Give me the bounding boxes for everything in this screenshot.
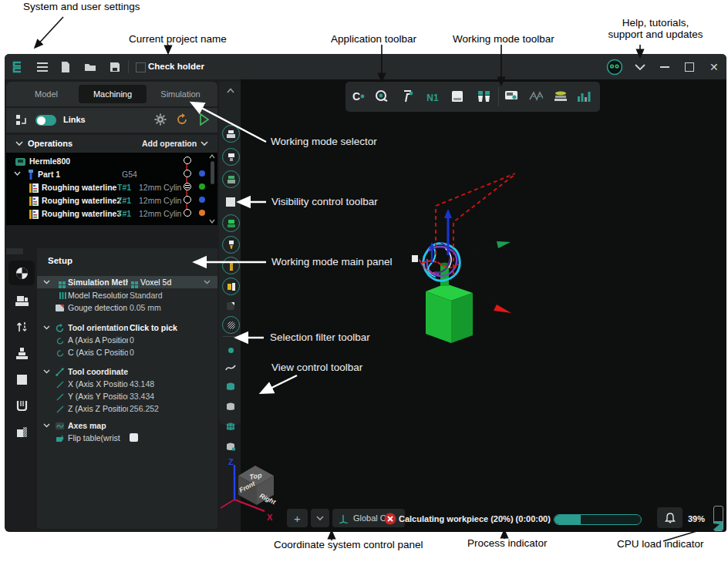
voxel-icon <box>56 278 64 287</box>
callout-visibility-toolbar: Visibility control toolbar <box>271 196 378 207</box>
callout-cs-panel: Coordinate system control panel <box>274 539 423 550</box>
app-window: Check holder ✕ Model Machining Simulatio… <box>5 54 726 532</box>
help-menu-button[interactable] <box>634 54 646 79</box>
notifications-button[interactable] <box>657 507 682 528</box>
setup-row-gouge-detection[interactable]: Gouge detection 0.05 mm <box>37 301 217 314</box>
process-progress-bar <box>554 514 642 525</box>
open-project-icon[interactable] <box>83 60 97 74</box>
links-toggle[interactable] <box>35 115 56 126</box>
dropdown-caret-icon[interactable] <box>204 280 211 284</box>
operation-row-roughing2[interactable]: Roughing waterline2 T#1 12mm Cylin <box>6 194 217 207</box>
setup-row-model-resolution[interactable]: Model Resolution Standard <box>37 289 217 301</box>
operations-collapse-icon[interactable] <box>15 141 23 146</box>
setup-title: Setup <box>48 256 72 265</box>
coordinate-axis-icon <box>56 405 64 413</box>
add-operation-button[interactable]: Add operation <box>142 139 197 148</box>
tab-simulation[interactable]: Simulation <box>148 85 213 103</box>
screenshot-canvas: System and user settings Current project… <box>0 0 728 562</box>
operation-status-dot <box>199 210 205 216</box>
cpu-battery-fill <box>714 521 723 530</box>
gouge-icon <box>56 304 64 312</box>
axis-z-label: Z <box>228 457 234 466</box>
user-avatar[interactable] <box>606 54 623 79</box>
operation-state-circle[interactable] <box>184 156 191 164</box>
operations-title: Operations <box>28 139 72 148</box>
minimize-button[interactable] <box>660 54 669 79</box>
links-row: Links <box>6 108 217 133</box>
setup-row-axis-c[interactable]: C (Axis C Position 0 <box>37 346 217 358</box>
axis-x-label: X <box>267 513 273 522</box>
cs-axis-icon <box>339 513 349 523</box>
links-icon <box>15 114 28 130</box>
settings-gear-icon[interactable] <box>154 113 167 129</box>
rail-machine-icon[interactable] <box>12 291 32 311</box>
callout-app-toolbar: Application toolbar <box>331 33 416 45</box>
project-name: Check holder <box>148 62 204 71</box>
operation-status-dot <box>199 170 205 177</box>
add-cs-button[interactable]: + <box>287 509 308 527</box>
setup-row-tool-orientation[interactable]: Tool orientation Click to pick <box>37 321 217 334</box>
setup-row-flip-table[interactable]: Flip table(wrist <box>37 432 217 444</box>
orientation-icon <box>56 324 64 332</box>
flip-table-checkbox[interactable] <box>130 433 138 442</box>
callout-mode-selector: Working mode selector <box>271 136 377 147</box>
tab-machining[interactable]: Machining <box>79 85 147 103</box>
close-button[interactable]: ✕ <box>709 54 719 79</box>
part-collapse-icon[interactable] <box>14 171 21 177</box>
setup-section-rail <box>6 248 35 529</box>
save-project-icon[interactable] <box>108 60 122 74</box>
operation-row-roughing3[interactable]: Roughing waterline3 T#1 12mm Cylin <box>6 207 217 220</box>
coordinate-axis-icon <box>56 380 64 389</box>
operation-state-circle[interactable] <box>184 209 191 217</box>
setup-target-icon[interactable] <box>12 263 32 283</box>
process-progress-fill <box>554 515 581 524</box>
cpu-load-indicator <box>713 506 723 531</box>
rail-fixture-icon[interactable] <box>12 395 32 416</box>
rail-transform-icon[interactable] <box>12 317 32 337</box>
recalculate-icon[interactable] <box>176 113 188 129</box>
setup-row-axis-a[interactable]: A (Axis A Position 0 <box>37 334 217 346</box>
setup-row-axis-z[interactable]: Z (Axis Z Position 256.252 <box>37 402 217 415</box>
operation-icon <box>29 208 39 222</box>
add-operation-caret-icon[interactable] <box>201 141 208 146</box>
setup-row-simulation-method[interactable]: Simulation Method Voxel 5d <box>37 276 217 288</box>
operations-header: Operations Add operation <box>6 135 217 153</box>
rail-tool-icon[interactable] <box>12 343 32 363</box>
coordinate-axis-icon <box>56 392 64 401</box>
main-menu-button[interactable] <box>35 60 49 74</box>
setup-panel: Setup Simulation Method Voxel 5d Model R… <box>37 248 217 529</box>
setup-row-axis-x[interactable]: X (Axis X Position 43.148 <box>37 378 217 390</box>
operation-state-circle-paused[interactable] <box>184 183 191 190</box>
process-stop-icon[interactable] <box>384 513 396 528</box>
cpu-load-value: 39% <box>688 514 705 523</box>
operation-status-dot <box>199 197 205 203</box>
maximize-button[interactable] <box>685 54 694 79</box>
callout-selection-toolbar: Selection filter toolbar <box>270 331 370 343</box>
process-status-text: Calculating workpiece (20%) (0:00:00) <box>399 514 551 523</box>
view-cube[interactable]: Top Front Right Z X <box>221 457 278 522</box>
setup-row-axes-map[interactable]: Axes map <box>37 419 217 432</box>
operation-row-machine[interactable]: Hermle800 <box>6 154 217 167</box>
axis-rotate-icon <box>56 348 64 357</box>
operation-state-circle[interactable] <box>184 170 191 177</box>
rail-workpiece-icon[interactable] <box>12 369 32 389</box>
new-file-icon[interactable] <box>59 60 72 74</box>
tab-model[interactable]: Model <box>15 85 77 103</box>
callout-help: Help, tutorials, support and updates <box>588 17 723 40</box>
working-mode-selector: Model Machining Simulation <box>6 82 217 106</box>
operation-row-roughing1[interactable]: Roughing waterline T#1 12mm Cylin <box>6 180 217 194</box>
cs-dropdown-button[interactable] <box>311 509 329 527</box>
operation-state-circle[interactable] <box>184 196 191 204</box>
titlebar-divider <box>128 60 129 73</box>
links-label: Links <box>63 115 86 124</box>
operation-row-part[interactable]: Part 1 G54 <box>6 167 217 180</box>
setup-row-axis-y[interactable]: Y (Axis Y Position 33.434 <box>37 390 217 402</box>
run-simulation-icon[interactable] <box>199 113 210 129</box>
operation-status-dot <box>199 183 205 190</box>
rail-stock-icon[interactable] <box>12 422 32 442</box>
viewcube-right-label: Right <box>258 492 278 506</box>
bell-icon <box>665 513 676 523</box>
setup-row-tool-coordinates[interactable]: Tool coordinates <box>37 365 217 378</box>
resolution-icon <box>56 291 64 300</box>
callout-mode-toolbar: Working mode toolbar <box>453 33 554 45</box>
